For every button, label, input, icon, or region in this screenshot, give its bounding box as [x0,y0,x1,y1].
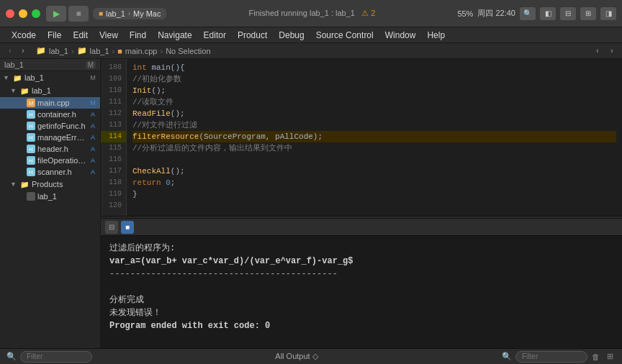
code-text: (); [151,86,166,95]
menu-product[interactable]: Product [232,27,273,43]
sidebar-item-badge: A [89,168,97,176]
main-layout: lab_1 M ▼ 📁 lab_1 M ▼ 📁 lab_1 M main.cpp… [0,59,622,348]
bottombar-left: 🔍 [6,351,92,363]
scheme-label: lab_1 [106,9,125,18]
code-line-110: Init(); [132,85,616,96]
debug-button[interactable]: ⊟ [560,7,576,20]
console-line-noerror: 未发现错误！ [109,306,613,319]
sidebar-item-products[interactable]: ▼ 📁 Products [0,178,100,191]
menu-find[interactable]: Find [124,27,152,43]
sidebar-item-label: container.h [37,110,86,119]
bottombar: 🔍 All Output ◇ 🔍 🗑 ⊞ [0,348,622,364]
sidebar-item-badge: A [89,111,97,118]
code-content[interactable]: int main(){ //初始化参数 Init(); //读取文件 ReadF… [127,59,622,216]
grid-icon[interactable]: ⊞ [605,351,616,363]
breadcrumb-nav: ‹ › [4,45,29,57]
console-toggle-button[interactable]: ⊟ [105,221,118,234]
console-separator: ----------------------------------------… [109,268,613,281]
forward-arrow[interactable]: › [17,45,29,57]
sidebar-item-label: manageError.h [37,133,86,142]
console-line-complete: 分析完成 [109,294,613,306]
warning-count: 2 [371,9,375,17]
sidebar-item-container-h[interactable]: H container.h A [0,109,100,120]
time-display: 周四 22:40 [477,8,515,19]
breadcrumb-selection[interactable]: No Selection [166,47,210,55]
trash-icon[interactable]: 🗑 [590,351,602,363]
function-name: filterResource [132,132,199,141]
menu-debug[interactable]: Debug [273,27,310,43]
titlebar: ▶ ■ ■ lab_1 › My Mac Finished running la… [0,0,622,27]
maximize-button[interactable] [32,9,40,18]
function-name: ReadFile [132,109,171,118]
line-num-120: 120 [101,200,126,211]
code-comment: //对文件进行过滤 [132,121,197,129]
line-numbers: 108 109 110 111 112 113 114 115 116 117 … [101,59,127,216]
sidebar-item-getinfo-h[interactable]: H getinfoFunc.h A [0,120,100,132]
arrow-icon: ▼ [10,181,17,188]
console-toolbar: ⊟ ■ [101,219,622,236]
menu-navigate[interactable]: Navigate [152,27,197,43]
code-line-114: filterResource(SourceProgram, pAllCode); [132,131,616,142]
sidebar-item-main-cpp[interactable]: M main.cpp M [0,97,100,109]
minimize-button[interactable] [19,9,27,18]
navigator-button[interactable]: ◧ [540,7,556,20]
folder-icon: 📁 [12,73,22,83]
prev-change-arrow[interactable]: ‹ [592,45,603,57]
code-comment: //分析过滤后的文件内容，输出结果到文件中 [132,144,292,153]
console-active-button[interactable]: ■ [121,221,134,234]
sidebar-item-product-lab1[interactable]: lab_1 [0,191,100,202]
menu-view[interactable]: View [94,27,124,43]
sidebar-item-scanner-h[interactable]: H scanner.h A [0,166,100,178]
menu-edit[interactable]: Edit [67,27,94,43]
h-file-icon: H [27,145,35,153]
menu-file[interactable]: File [42,27,67,43]
search-button[interactable]: 🔍 [520,7,536,20]
sidebar-item-lab1-root[interactable]: ▼ 📁 lab_1 M [0,71,100,84]
scheme-selector[interactable]: ■ lab_1 › My Mac [93,8,166,19]
sidebar-item-badge: M [89,74,97,81]
sidebar-item-fileoperation-h[interactable]: H fileOperation.h A [0,155,100,166]
back-arrow[interactable]: ‹ [4,45,16,57]
sidebar-item-badge: A [89,157,97,164]
cpp-file-icon: M [27,99,35,107]
menu-help[interactable]: Help [421,27,451,43]
folder-icon: 📁 [19,179,30,189]
filter-icon-right: 🔍 [501,351,513,363]
run-button[interactable]: ▶ [46,6,66,22]
arrow-icon: ▼ [3,74,10,81]
line-num-108: 108 [101,62,126,73]
breadcrumb-file-icon: ■ [117,47,122,55]
console-output[interactable]: 过滤后的程序为: var_a=(var_b+ var_c*var_d)/(var… [101,236,622,348]
sidebar-item-header-h[interactable]: H header.h A [0,143,100,155]
h-file-icon: H [27,156,35,165]
destination-label: My Mac [133,9,161,18]
code-editor[interactable]: 108 109 110 111 112 113 114 115 116 117 … [101,59,622,216]
filter-icon-left: 🔍 [6,351,17,363]
inspector-button[interactable]: ◨ [600,7,616,20]
stop-button[interactable]: ■ [68,6,89,22]
menu-xcode[interactable]: Xcode [6,27,42,43]
filter-input-right[interactable] [515,351,587,363]
assistant-button[interactable]: ⊞ [580,7,596,20]
breadcrumb-root[interactable]: lab_1 [49,47,68,55]
breadcrumb-folder[interactable]: lab_1 [90,47,109,55]
menu-editor[interactable]: Editor [198,27,232,43]
line-num-111: 111 [101,96,126,108]
code-text: (); [171,109,185,118]
next-change-arrow[interactable]: › [606,45,618,57]
h-file-icon: H [27,122,35,130]
code-line-120 [132,200,616,211]
breadcrumb-file[interactable]: main.cpp [125,47,158,55]
console-line-1: 过滤后的程序为: [109,242,613,255]
filter-input-left[interactable] [20,351,92,363]
menu-window[interactable]: Window [379,27,422,43]
output-type-label[interactable]: All Output ◇ [275,352,317,361]
menu-source-control[interactable]: Source Control [310,27,379,43]
sidebar-header: lab_1 M [0,59,100,71]
sidebar-item-manage-h[interactable]: H manageError.h A [0,132,100,143]
sidebar-item-lab1[interactable]: ▼ 📁 lab_1 [0,84,100,97]
sidebar-item-label: lab_1 [32,86,97,95]
sidebar-title: lab_1 [4,60,24,69]
code-text: ; [171,178,176,187]
close-button[interactable] [6,9,14,18]
